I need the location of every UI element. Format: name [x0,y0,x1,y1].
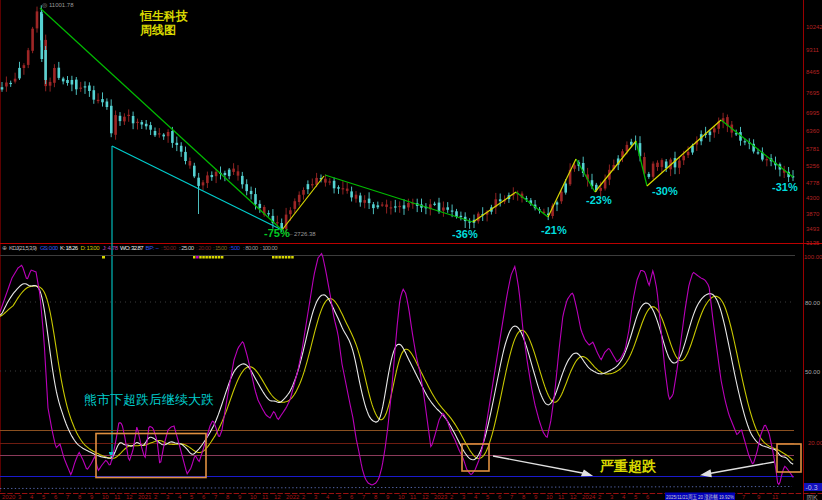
svg-text:6360: 6360 [806,128,820,134]
svg-text:: 5.00: : 5.00 [229,245,241,251]
svg-text:◎ 11001.78: ◎ 11001.78 [42,2,74,8]
svg-text:WO: 32.87: WO: 32.87 [120,245,144,251]
svg-text:8465: 8465 [806,69,820,75]
svg-text:9311: 9311 [806,47,820,53]
svg-text:4778: 4778 [806,180,820,186]
svg-text:周K: 周K [806,494,818,500]
svg-text:⊕: ⊕ [2,245,7,251]
svg-text:11: 11 [772,494,779,500]
svg-text:10: 10 [250,494,257,500]
svg-text:2022: 2022 [286,494,300,500]
svg-text:2025/11/21周五 20 涨跌幅 19.92%: 2025/11/21周五 20 涨跌幅 19.92% [666,493,734,500]
svg-text:20.00: 20.00 [808,440,822,446]
svg-text:GS: 0.00: GS: 0.00 [40,245,59,251]
svg-text:12: 12 [126,494,133,500]
svg-text:熊市下超跌后继续大跌: 熊市下超跌后继续大跌 [84,392,214,407]
svg-text:100.00: 100.00 [804,254,822,260]
svg-text:5256: 5256 [806,163,820,169]
svg-text:3135: 3135 [806,240,820,246]
svg-text:J: 4.78: J: 4.78 [103,245,119,251]
svg-text:11: 11 [558,494,565,500]
svg-text:-31%: -31% [772,181,798,193]
svg-text:-21%: -21% [541,224,567,236]
svg-text:3870: 3870 [806,211,820,217]
svg-text:50.00: 50.00 [805,369,821,375]
svg-text:恒生科技: 恒生科技 [139,9,188,23]
svg-text:周线图: 周线图 [139,23,176,37]
svg-text:80.00: 80.00 [805,300,821,306]
svg-text:: 50.00: : 50.00 [161,245,177,251]
svg-text:: 80.00: : 80.00 [243,245,259,251]
svg-text:11: 11 [114,494,121,500]
svg-text:2023: 2023 [434,494,448,500]
svg-text:6995: 6995 [806,110,820,116]
svg-text:严重超跌: 严重超跌 [599,458,657,474]
svg-text:10: 10 [546,494,553,500]
svg-text:10: 10 [102,494,109,500]
svg-text:: 100.00: : 100.00 [260,245,278,251]
svg-text:BP: --: BP: -- [146,245,160,251]
svg-text:-36%: -36% [452,228,478,240]
svg-text:2021: 2021 [138,494,152,500]
svg-text:11: 11 [410,494,417,500]
svg-text:10: 10 [398,494,405,500]
svg-text:12: 12 [274,494,281,500]
svg-text:-23%: -23% [586,194,612,206]
svg-text:D: 13.00: D: 13.00 [81,245,101,251]
svg-text:-30%: -30% [652,185,678,197]
svg-text:5781: 5781 [806,146,820,152]
svg-text:4300: 4300 [806,195,820,201]
svg-text:3493: 3493 [806,226,820,232]
svg-text:-75%: -75% [264,227,290,239]
svg-text:2020: 2020 [2,494,16,500]
svg-text:K: 18.26: K: 18.26 [60,245,79,251]
svg-text:7695: 7695 [806,90,820,96]
svg-text:: 15.00: : 15.00 [213,245,228,251]
svg-text:: 25.00: : 25.00 [179,245,195,251]
svg-text:11: 11 [262,494,269,500]
svg-text:KDJ(21,5,3,9): KDJ(21,5,3,9) [9,245,37,251]
svg-text:←2726.38: ←2726.38 [288,231,316,237]
svg-text:2024: 2024 [582,494,596,500]
svg-text:: 20.00: : 20.00 [196,245,212,251]
svg-text:12: 12 [570,494,577,500]
svg-text:12: 12 [422,494,429,500]
svg-text:10242: 10242 [806,24,822,30]
